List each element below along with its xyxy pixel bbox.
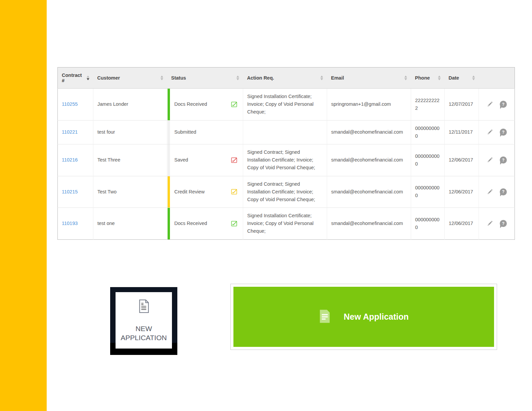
column-header-date[interactable]: Date: [445, 67, 479, 89]
help-bubble-icon[interactable]: ?: [500, 101, 507, 108]
document-icon: [137, 299, 150, 315]
column-label: Date: [449, 75, 459, 81]
page: Contract # Customer Status Action Req. E…: [0, 0, 532, 411]
sort-icon: [438, 76, 441, 80]
status-text: Docs Received: [174, 220, 207, 227]
column-header-action-req[interactable]: Action Req.: [243, 67, 327, 89]
phone-cell: 0000000000: [411, 208, 445, 240]
sort-icon: [161, 76, 163, 80]
email-cell: smandal@ecohomefinancial.com: [327, 120, 411, 144]
sidebar: [0, 0, 47, 411]
help-bubble-icon[interactable]: ?: [500, 129, 507, 136]
signature-document-icon: [230, 188, 238, 195]
column-header-status[interactable]: Status: [167, 67, 243, 89]
date-cell: 12/06/2017: [445, 144, 479, 176]
phone-cell: 0000000000: [411, 144, 445, 176]
new-application-tile-button[interactable]: NEW APPLICATION: [110, 287, 177, 355]
edit-pencil-icon[interactable]: [487, 129, 493, 135]
phone-cell: 0000000000: [411, 176, 445, 208]
column-header-customer[interactable]: Customer: [93, 67, 167, 89]
sort-icon: [320, 76, 323, 80]
action-req-cell: [243, 120, 327, 144]
action-req-cell: Signed Installation Certificate; Invoice…: [243, 208, 327, 240]
table-row: 110255 James Londer Docs Received Signed…: [58, 89, 515, 121]
contract-cell: 110215: [58, 176, 93, 208]
column-label: Status: [171, 75, 186, 81]
contract-cell: 110255: [58, 89, 93, 121]
column-label: Contract #: [62, 73, 84, 83]
customer-cell: Test Three: [93, 144, 167, 176]
customer-cell: test four: [93, 120, 167, 144]
status-color-bar: [168, 208, 170, 239]
status-cell: Saved: [167, 144, 243, 176]
row-actions-cell: ?: [479, 176, 515, 208]
action-req-cell: Signed Contract; Signed Installation Cer…: [243, 144, 327, 176]
help-bubble-icon[interactable]: ?: [500, 156, 507, 164]
table-row: 110221 test four Submitted smandal@ecoho…: [58, 120, 515, 144]
status-text: Credit Review: [174, 188, 205, 196]
row-actions-cell: ?: [479, 208, 515, 240]
table-header-row: Contract # Customer Status Action Req. E…: [58, 67, 515, 89]
contract-link[interactable]: 110221: [62, 129, 78, 135]
customer-cell: Test Two: [93, 176, 167, 208]
date-cell: 12/06/2017: [445, 176, 479, 208]
date-cell: 12/07/2017: [445, 89, 479, 121]
help-bubble-icon[interactable]: ?: [500, 220, 507, 227]
new-application-banner-button[interactable]: New Application: [230, 284, 497, 350]
signature-document-icon: [230, 220, 238, 227]
status-color-bar: [168, 176, 170, 208]
status-cell: Submitted: [167, 120, 243, 144]
edit-pencil-icon[interactable]: [487, 101, 493, 107]
status-color-bar: [168, 121, 170, 144]
action-req-cell: Signed Contract; Signed Installation Cer…: [243, 176, 327, 208]
sort-icon: [472, 76, 475, 80]
edit-pencil-icon[interactable]: [487, 220, 493, 227]
banner-button-label: New Application: [344, 312, 409, 322]
status-text: Docs Received: [174, 100, 207, 108]
contract-cell: 110193: [58, 208, 93, 240]
email-cell: smandal@ecohomefinancial.com: [327, 208, 411, 240]
date-cell: 12/11/2017: [445, 120, 479, 144]
applications-table-container: Contract # Customer Status Action Req. E…: [57, 67, 515, 240]
contract-link[interactable]: 110216: [62, 157, 78, 163]
edit-pencil-icon[interactable]: [487, 157, 493, 163]
edit-pencil-icon[interactable]: [487, 189, 493, 195]
customer-cell: test one: [93, 208, 167, 240]
help-bubble-icon[interactable]: ?: [500, 188, 507, 195]
status-cell: Credit Review: [167, 176, 243, 208]
status-cell: Docs Received: [167, 208, 243, 240]
action-req-cell: Signed Installation Certificate; Invoice…: [243, 89, 327, 121]
signature-document-icon: [230, 101, 238, 108]
row-actions-cell: ?: [479, 120, 515, 144]
customer-cell: James Londer: [93, 89, 167, 121]
email-cell: smandal@ecohomefinancial.com: [327, 176, 411, 208]
contract-cell: 110216: [58, 144, 93, 176]
signature-document-icon: [230, 156, 238, 164]
column-header-phone[interactable]: Phone: [411, 67, 445, 89]
phone-cell: 2222222222: [411, 89, 445, 121]
document-icon: [319, 309, 331, 325]
contract-link[interactable]: 110255: [62, 101, 78, 107]
date-cell: 12/06/2017: [445, 208, 479, 240]
contract-link[interactable]: 110193: [62, 221, 78, 226]
tile-button-label: NEW APPLICATION: [119, 324, 169, 342]
column-label: Customer: [97, 75, 120, 81]
row-actions-cell: ?: [479, 144, 515, 176]
applications-table: Contract # Customer Status Action Req. E…: [57, 67, 515, 240]
email-cell: smandal@ecohomefinancial.com: [327, 144, 411, 176]
status-color-bar: [168, 144, 170, 176]
column-label: Action Req.: [247, 75, 274, 81]
email-cell: springroman+1@gmail.com: [327, 89, 411, 121]
contract-link[interactable]: 110215: [62, 189, 78, 194]
column-header-contract[interactable]: Contract #: [58, 67, 93, 89]
status-color-bar: [168, 89, 170, 120]
row-actions-cell: ?: [479, 89, 515, 121]
contract-cell: 110221: [58, 120, 93, 144]
column-header-email[interactable]: Email: [327, 67, 411, 89]
status-text: Submitted: [174, 128, 196, 136]
status-cell: Docs Received: [167, 89, 243, 121]
column-header-actions: [479, 67, 515, 89]
table-row: 110193 test one Docs Received Signed Ins…: [58, 208, 515, 240]
table-row: 110216 Test Three Saved Signed Contract;…: [58, 144, 515, 176]
column-label: Email: [331, 75, 344, 81]
